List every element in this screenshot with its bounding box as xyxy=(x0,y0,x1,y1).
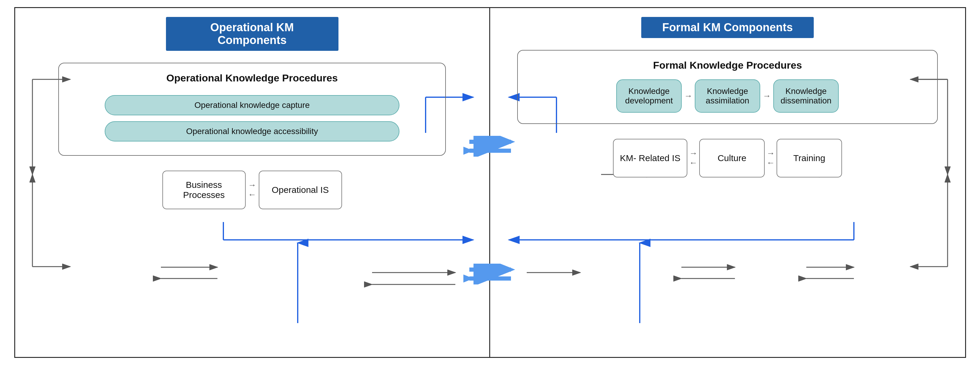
right-bottom-row: KM- Related IS → ← Culture → ← Training xyxy=(522,139,933,178)
left-bottom-row: Business Processes → ← Operational IS xyxy=(47,171,457,209)
left-ellipse-1: Operational knowledge capture xyxy=(105,95,400,115)
km-related-is-node: KM- Related IS xyxy=(613,139,687,178)
culture-node: Culture xyxy=(699,139,765,178)
operational-is-node: Operational IS xyxy=(259,171,342,209)
business-processes-node: Business Processes xyxy=(162,171,246,209)
left-procedures-box: Operational Knowledge Procedures Operati… xyxy=(58,63,446,156)
center-arrows-bottom xyxy=(463,263,517,284)
knowledge-assimilation-node: Knowledge assimilation xyxy=(695,79,760,113)
left-ellipse-2: Operational knowledge accessibility xyxy=(105,121,400,141)
knowledge-development-node: Knowledge development xyxy=(616,79,682,113)
training-node: Training xyxy=(776,139,842,178)
right-procedures-title: Formal Knowledge Procedures xyxy=(527,59,928,71)
left-panel: Operational KM Components Operational Kn… xyxy=(15,8,490,357)
blue-double-arrow-bottom xyxy=(463,263,517,284)
center-arrows-top xyxy=(463,136,517,157)
knowledge-dissemination-node: Knowledge dissemination xyxy=(773,79,839,113)
left-ellipses: Operational knowledge capture Operationa… xyxy=(68,92,437,144)
right-procedures-box: Formal Knowledge Procedures Knowledge de… xyxy=(517,50,938,124)
left-procedures-title: Operational Knowledge Procedures xyxy=(68,72,437,84)
right-panel: Formal KM Components Formal Knowledge Pr… xyxy=(490,8,965,357)
formal-nodes-row: Knowledge development → Knowledge assimi… xyxy=(527,79,928,113)
left-header: Operational KM Components xyxy=(166,17,339,51)
right-header: Formal KM Components xyxy=(641,17,814,38)
blue-double-arrow-top xyxy=(463,136,517,157)
diagram-container: Operational KM Components Operational Kn… xyxy=(14,7,966,358)
